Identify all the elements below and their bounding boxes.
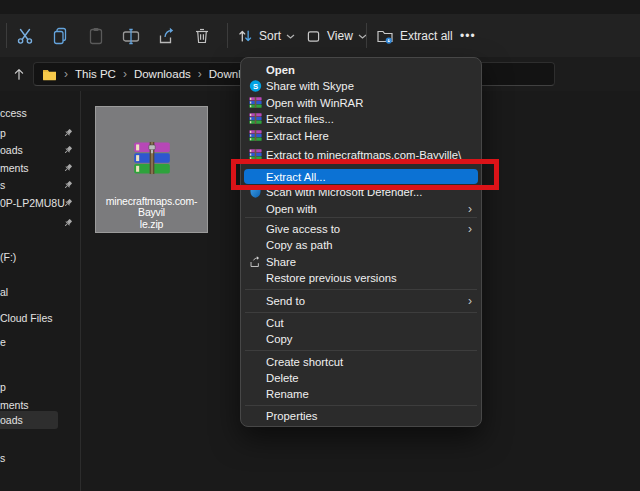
menu-item-delete[interactable]: Delete [241,370,481,386]
menu-item-share[interactable]: Share [241,254,481,270]
winrar-icon [249,97,262,110]
file-name: minecraftmaps.com-Bayvil le.zip [96,196,207,231]
menu-separator [245,289,477,290]
annotation-red-box [231,159,499,190]
breadcrumb-chevron-icon [123,68,127,80]
clipboard-icon [86,26,106,46]
menu-item-rename[interactable]: Rename [241,386,481,402]
sidebar-item-downloads-selected[interactable]: oads [0,411,58,429]
menu-separator [245,312,477,313]
sort-button[interactable]: Sort [234,22,297,50]
menu-item-give-access-to[interactable]: Give access to [241,221,481,237]
menu-item-properties[interactable]: Properties [241,408,481,424]
sidebar-item-pictures-2[interactable]: s [0,449,78,467]
share-button[interactable] [156,25,178,47]
delete-button[interactable] [191,25,213,47]
chevron-right-icon [468,294,472,308]
breadcrumb-downloads[interactable]: Downloads [134,68,191,80]
menu-item-open[interactable]: Open [241,62,481,78]
view-label: View [327,29,353,43]
sidebar-divider [80,91,81,491]
menu-item-copy-as-path[interactable]: Copy as path [241,237,481,253]
menu-separator [245,405,477,406]
breadcrumb-this-pc[interactable]: This PC [75,68,116,80]
chevron-down-icon [286,33,295,40]
sidebar-item-cloud-files[interactable]: Cloud Files [0,309,78,327]
file-explorer-window: Sort View Extract all ••• This PC Downlo… [0,0,640,491]
pin-icon [63,163,73,173]
sidebar-item-desktop[interactable]: p [0,124,78,142]
sidebar-item-downloads[interactable]: oads [0,141,78,159]
file-item-zip[interactable]: minecraftmaps.com-Bayvil le.zip [95,106,208,233]
pin-icon [63,218,73,228]
copy-button[interactable] [49,25,71,47]
sidebar-item-quick-access[interactable]: ccess [0,104,78,122]
title-bar [0,0,640,14]
share-icon [157,26,177,46]
scissors-icon [15,26,35,46]
folder-icon [42,68,57,81]
sidebar-item-pinned[interactable] [0,214,78,232]
sort-label: Sort [259,29,281,43]
more-options-button[interactable]: ••• [458,22,478,50]
sidebar-item-pictures[interactable]: s [0,176,78,194]
pin-icon [63,180,73,190]
winrar-icon [249,130,262,143]
skype-icon: S [249,80,262,93]
menu-item-restore-previous-versions[interactable]: Restore previous versions [241,270,481,286]
sort-arrows-icon [236,27,254,45]
view-button[interactable]: View [303,22,369,50]
copy-icon [50,26,70,46]
rename-icon [121,26,141,46]
menu-separator [245,217,477,218]
view-icon [305,28,322,45]
breadcrumb-chevron-icon [198,68,202,80]
sidebar-item-local[interactable]: al [0,283,78,301]
ellipsis-icon: ••• [460,29,476,43]
cut-button[interactable] [14,25,36,47]
share-icon [249,256,262,269]
menu-item-send-to[interactable]: Send to [241,293,481,309]
menu-item-extract-here[interactable]: Extract Here [241,128,481,144]
sidebar-item-device[interactable]: 0P-LP2MU8U [0,194,78,212]
pin-icon [63,128,73,138]
breadcrumb-chevron-icon [64,68,68,80]
context-menu: Open S Share with Skype Open with WinRAR… [240,57,482,427]
chevron-right-icon [468,222,472,236]
trash-icon [192,26,212,46]
sidebar-item-documents[interactable]: ments [0,159,78,177]
paste-button[interactable] [85,25,107,47]
menu-item-cut[interactable]: Cut [241,315,481,331]
command-toolbar: Sort View Extract all ••• [0,14,640,58]
pin-icon [63,145,73,155]
winrar-icon [249,113,262,126]
menu-item-share-with-skype[interactable]: S Share with Skype [241,78,481,94]
toolbar-separator [366,23,367,48]
rename-button[interactable] [120,25,142,47]
menu-separator [245,350,477,351]
navigate-up-button[interactable] [8,64,30,84]
toolbar-separator [227,23,228,48]
svg-text:S: S [253,82,258,91]
sidebar-item-desktop-2[interactable]: p [0,378,78,396]
sidebar-item-onedrive[interactable]: e [0,333,78,351]
menu-item-open-with-winrar[interactable]: Open with WinRAR [241,95,481,111]
menu-item-open-with[interactable]: Open with [241,201,481,217]
extract-folder-icon [375,26,395,46]
extract-all-label: Extract all [400,29,453,43]
menu-item-extract-files[interactable]: Extract files... [241,111,481,127]
menu-item-create-shortcut[interactable]: Create shortcut [241,354,481,370]
menu-item-copy[interactable]: Copy [241,331,481,347]
toolbar-separator [6,23,7,48]
winrar-archive-icon [133,141,171,175]
pin-icon [63,198,73,208]
sidebar-item-drive-f[interactable]: (F:) [0,248,78,266]
up-arrow-icon [11,66,27,82]
extract-all-button[interactable]: Extract all [373,22,455,50]
chevron-right-icon [468,202,472,216]
